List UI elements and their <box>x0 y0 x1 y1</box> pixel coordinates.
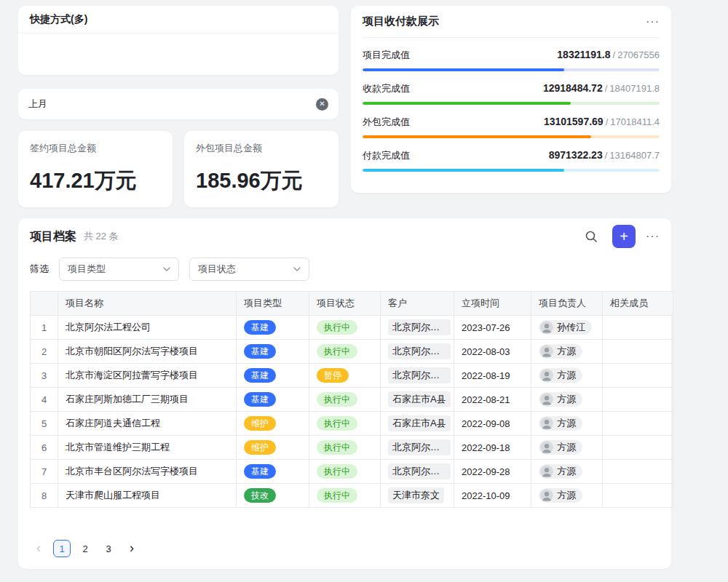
start-date-cell[interactable]: 2022-08-03 <box>454 340 531 364</box>
start-date-cell[interactable]: 2022-09-08 <box>454 412 531 436</box>
project-type-tag[interactable]: 基建 <box>244 464 276 479</box>
project-status-tag[interactable]: 执行中 <box>317 464 357 479</box>
metric-row: 收款完成值 12918484.72/18407191.8 <box>363 82 660 105</box>
owner-tag[interactable]: 方源 <box>539 488 582 503</box>
metric-row: 项目完成值 18321191.8/27067556 <box>363 49 660 71</box>
members-cell[interactable] <box>603 484 673 508</box>
start-date-cell[interactable]: 2022-09-18 <box>454 436 531 460</box>
next-page-button[interactable]: › <box>123 540 141 557</box>
project-type-tag[interactable]: 维护 <box>244 416 276 431</box>
project-type-tag[interactable]: 基建 <box>244 368 276 383</box>
owner-tag[interactable]: 方源 <box>539 416 582 431</box>
owner-tag[interactable]: 方源 <box>539 464 582 479</box>
owner-tag[interactable]: 方源 <box>539 392 582 407</box>
project-name-cell[interactable]: 石家庄阿斯加德工厂三期项目 <box>58 388 237 412</box>
customer-tag[interactable]: 北京阿尔法工程公司 <box>388 343 451 359</box>
table-row[interactable]: 8 天津市爬山服工程项目 技改 执行中 天津市奈文 2022-10-09 方源 <box>31 484 673 508</box>
metric-value: 13101597.69 <box>544 116 604 127</box>
project-name-cell[interactable]: 石家庄阿道夫通信工程 <box>58 412 237 436</box>
customer-tag[interactable]: 北京阿尔法工程公司 <box>388 463 451 479</box>
ellipsis-menu-icon[interactable]: ··· <box>646 15 660 28</box>
start-date-cell[interactable]: 2023-07-26 <box>454 316 531 340</box>
customer-tag[interactable]: 北京阿尔法工程公司 <box>388 367 451 383</box>
project-name-cell[interactable]: 北京市朝阳区阿尔法写字楼项目 <box>58 340 237 364</box>
owner-tag[interactable]: 方源 <box>539 440 582 455</box>
column-header[interactable]: 项目名称 <box>58 292 237 316</box>
project-name-cell[interactable]: 天津市爬山服工程项目 <box>58 484 237 508</box>
members-cell[interactable] <box>603 460 673 484</box>
chevron-down-icon <box>293 267 301 271</box>
members-cell[interactable] <box>603 388 673 412</box>
search-icon[interactable] <box>580 226 602 247</box>
members-cell[interactable] <box>603 412 673 436</box>
project-type-tag[interactable]: 技改 <box>244 488 276 503</box>
table-row[interactable]: 4 石家庄阿斯加德工厂三期项目 基建 执行中 石家庄市A县 2022-08-21… <box>31 388 673 412</box>
start-date-cell[interactable]: 2022-08-21 <box>454 388 531 412</box>
project-type-dropdown[interactable]: 项目类型 <box>59 258 179 281</box>
customer-tag[interactable]: 石家庄市A县 <box>388 391 451 407</box>
date-filter-control[interactable]: 上月 ✕ <box>18 89 339 119</box>
table-row[interactable]: 2 北京市朝阳区阿尔法写字楼项目 基建 执行中 北京阿尔法工程公司 2022-0… <box>31 340 673 364</box>
project-name-cell[interactable]: 北京市管道维护三期工程 <box>58 436 237 460</box>
members-cell[interactable] <box>603 364 673 388</box>
prev-page-button[interactable]: ‹ <box>30 540 47 557</box>
project-status-tag[interactable]: 暂停 <box>317 368 349 383</box>
table-row[interactable]: 1 北京阿尔法工程公司 基建 执行中 北京阿尔法工程公司 2023-07-26 … <box>31 316 673 340</box>
project-status-tag[interactable]: 执行中 <box>317 416 357 431</box>
metric-value: 8971322.23 <box>549 149 603 161</box>
table-row[interactable]: 3 北京市海淀区阿拉蕾写字楼项目 基建 暂停 北京阿尔法工程公司 2022-08… <box>31 364 673 388</box>
project-type-tag[interactable]: 维护 <box>244 440 276 455</box>
row-index: 7 <box>31 460 58 484</box>
customer-tag[interactable]: 北京阿尔法工程公司 <box>388 439 451 455</box>
project-status-dropdown[interactable]: 项目状态 <box>189 258 309 281</box>
table-footer-space <box>18 508 671 540</box>
customer-tag[interactable]: 石家庄市A县 <box>388 415 451 431</box>
project-type-tag[interactable]: 基建 <box>244 320 276 335</box>
clear-filter-icon[interactable]: ✕ <box>316 98 328 111</box>
customer-tag[interactable]: 天津市奈文 <box>388 487 444 503</box>
archive-header: 项目档案 共 22 条 + ··· <box>18 218 671 255</box>
page-button-2[interactable]: 2 <box>76 540 94 557</box>
project-status-tag[interactable]: 执行中 <box>317 344 357 359</box>
table-row[interactable]: 7 北京市丰台区阿尔法写字楼项目 基建 执行中 北京阿尔法工程公司 2022-0… <box>31 460 673 484</box>
project-type-tag[interactable]: 基建 <box>244 392 276 407</box>
owner-tag[interactable]: 孙传江 <box>539 320 592 335</box>
start-date-cell[interactable]: 2022-08-19 <box>454 364 531 388</box>
table-row[interactable]: 5 石家庄阿道夫通信工程 维护 执行中 石家庄市A县 2022-09-08 方源 <box>31 412 673 436</box>
start-date-cell[interactable]: 2022-09-28 <box>454 460 531 484</box>
page-button-1[interactable]: 1 <box>53 540 71 557</box>
project-status-tag[interactable]: 执行中 <box>317 440 357 455</box>
members-cell[interactable] <box>603 340 673 364</box>
avatar <box>540 369 553 382</box>
project-name-cell[interactable]: 北京市丰台区阿尔法写字楼项目 <box>58 460 237 484</box>
owner-tag[interactable]: 方源 <box>539 368 582 383</box>
project-status-tag[interactable]: 执行中 <box>317 488 357 503</box>
members-cell[interactable] <box>603 316 673 340</box>
start-date-cell[interactable]: 2022-10-09 <box>454 484 531 508</box>
project-status-tag[interactable]: 执行中 <box>317 392 357 407</box>
project-name-cell[interactable]: 北京市海淀区阿拉蕾写字楼项目 <box>58 364 237 388</box>
customer-tag[interactable]: 北京阿尔法工程公司 <box>388 319 451 335</box>
column-header[interactable]: 项目类型 <box>237 292 309 316</box>
project-name-cell[interactable]: 北京阿尔法工程公司 <box>58 316 237 340</box>
ellipsis-menu-icon[interactable]: ··· <box>646 230 660 243</box>
members-cell[interactable] <box>603 436 673 460</box>
chevron-down-icon <box>163 267 170 271</box>
metric-total: 17018411.4 <box>610 116 660 127</box>
add-record-button[interactable]: + <box>612 225 636 248</box>
project-status-tag[interactable]: 执行中 <box>317 320 357 335</box>
pagination: ‹ 1 2 3 › <box>18 540 671 562</box>
column-header[interactable]: 项目状态 <box>309 292 381 316</box>
column-header[interactable]: 客户 <box>381 292 454 316</box>
page-button-3[interactable]: 3 <box>100 540 117 557</box>
table-row[interactable]: 6 北京市管道维护三期工程 维护 执行中 北京阿尔法工程公司 2022-09-1… <box>31 436 673 460</box>
owner-tag[interactable]: 方源 <box>539 344 582 359</box>
column-header[interactable]: 立项时间 <box>454 292 531 316</box>
column-header[interactable]: 项目负责人 <box>531 292 603 316</box>
column-header[interactable]: 相关成员 <box>603 292 673 316</box>
stat-value: 417.21万元 <box>30 167 161 196</box>
avatar <box>540 345 553 358</box>
column-header-index <box>31 292 58 316</box>
metric-value: 18321191.8 <box>557 49 610 60</box>
project-type-tag[interactable]: 基建 <box>244 344 276 359</box>
